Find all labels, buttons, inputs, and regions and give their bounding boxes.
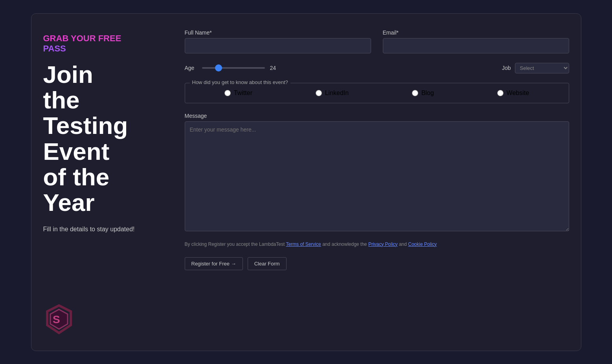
- form-panel: Full Name* Email* Age 24 Job Select Deve…: [185, 26, 569, 339]
- radio-twitter-label: Twitter: [234, 90, 252, 97]
- main-container: GRAB YOUR FREE PASS JointheTestingEvento…: [31, 13, 581, 351]
- email-field: Email*: [383, 29, 569, 53]
- legal-pre: By clicking Register you accept the Lamb…: [185, 241, 286, 247]
- radio-twitter[interactable]: [224, 90, 231, 96]
- legal-and: and: [399, 241, 408, 247]
- age-slider[interactable]: [202, 67, 265, 69]
- radio-option-website[interactable]: Website: [497, 90, 529, 97]
- radio-blog[interactable]: [412, 90, 418, 96]
- radio-options: Twitter LinkedIn Blog Website: [193, 90, 561, 97]
- message-label: Message: [185, 113, 569, 119]
- radio-linkedin-label: LinkedIn: [325, 90, 349, 97]
- radio-linkedin[interactable]: [316, 90, 322, 96]
- clear-button[interactable]: Clear Form: [248, 257, 287, 270]
- svg-text:S: S: [53, 313, 60, 326]
- name-email-row: Full Name* Email*: [185, 29, 569, 53]
- job-section: Job Select Developer QA Engineer Product…: [502, 63, 569, 73]
- email-input[interactable]: [383, 38, 569, 53]
- age-label: Age: [185, 65, 195, 71]
- tos-link[interactable]: Terms of Service: [286, 241, 321, 247]
- radio-option-twitter[interactable]: Twitter: [224, 90, 252, 97]
- radio-option-blog[interactable]: Blog: [412, 90, 434, 97]
- register-button[interactable]: Register for Free →: [185, 257, 243, 270]
- left-panel: GRAB YOUR FREE PASS JointheTestingEvento…: [43, 26, 169, 339]
- radio-blog-label: Blog: [421, 90, 434, 97]
- grab-pass-label: GRAB YOUR FREE PASS: [43, 33, 169, 54]
- privacy-link[interactable]: Privacy Policy: [368, 241, 398, 247]
- age-slider-wrapper: 24: [202, 65, 279, 71]
- radio-website[interactable]: [497, 90, 504, 96]
- full-name-input[interactable]: [185, 38, 371, 53]
- cookie-link[interactable]: Cookie Policy: [408, 241, 437, 247]
- legal-mid: and acknowledge the: [322, 241, 368, 247]
- job-select[interactable]: Select Developer QA Engineer Product Man…: [515, 63, 569, 73]
- logo-svg: S: [43, 304, 75, 335]
- radio-website-label: Website: [507, 90, 529, 97]
- age-value: 24: [270, 65, 279, 71]
- email-label: Email*: [383, 29, 569, 36]
- pass-text: PASS: [43, 44, 66, 53]
- logo-icon: S: [43, 304, 75, 335]
- event-title: JointheTestingEventof theYear: [43, 62, 169, 215]
- button-row: Register for Free → Clear Form: [185, 257, 569, 270]
- how-fieldset: How did you get to know about this event…: [185, 83, 569, 103]
- fieldset-legend: How did you get to know about this event…: [190, 79, 290, 85]
- age-job-row: Age 24 Job Select Developer QA Engineer …: [185, 63, 569, 73]
- full-name-label: Full Name*: [185, 29, 371, 36]
- event-subtitle: Fill in the details to stay updated!: [43, 225, 169, 234]
- job-label: Job: [502, 65, 511, 71]
- message-section: Message: [185, 113, 569, 231]
- message-textarea[interactable]: [185, 121, 569, 231]
- full-name-field: Full Name*: [185, 29, 371, 53]
- legal-text: By clicking Register you accept the Lamb…: [185, 241, 569, 248]
- radio-option-linkedin[interactable]: LinkedIn: [316, 90, 349, 97]
- grab-text: GRAB YOUR FREE: [43, 33, 121, 43]
